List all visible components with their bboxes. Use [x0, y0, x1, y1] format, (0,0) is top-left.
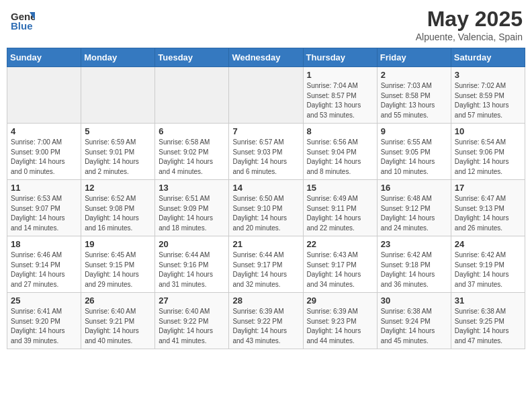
- day-info: Sunrise: 6:50 AM Sunset: 9:10 PM Dayligh…: [232, 194, 299, 233]
- month-title: May 2025: [416, 7, 523, 32]
- day-number: 24: [455, 239, 521, 249]
- day-info: Sunrise: 7:03 AM Sunset: 8:58 PM Dayligh…: [381, 81, 447, 120]
- title-block: May 2025 Alpuente, Valencia, Spain: [416, 7, 523, 42]
- day-of-week-header: Monday: [81, 48, 155, 67]
- day-info: Sunrise: 6:40 AM Sunset: 9:21 PM Dayligh…: [85, 307, 151, 346]
- day-info: Sunrise: 6:39 AM Sunset: 9:22 PM Dayligh…: [232, 307, 299, 346]
- calendar-week-row: 18Sunrise: 6:46 AM Sunset: 9:14 PM Dayli…: [7, 236, 525, 293]
- calendar-table: SundayMondayTuesdayWednesdayThursdayFrid…: [7, 48, 525, 349]
- day-info: Sunrise: 6:41 AM Sunset: 9:20 PM Dayligh…: [11, 307, 77, 346]
- calendar-cell: 31Sunrise: 6:38 AM Sunset: 9:25 PM Dayli…: [451, 293, 525, 349]
- calendar-week-row: 11Sunrise: 6:53 AM Sunset: 9:07 PM Dayli…: [7, 180, 525, 236]
- day-number: 27: [159, 295, 225, 306]
- day-number: 5: [85, 126, 151, 136]
- day-info: Sunrise: 6:52 AM Sunset: 9:08 PM Dayligh…: [85, 194, 151, 233]
- calendar-cell: [155, 67, 229, 124]
- day-of-week-header: Tuesday: [155, 48, 229, 67]
- day-info: Sunrise: 6:54 AM Sunset: 9:06 PM Dayligh…: [455, 138, 521, 177]
- day-number: 29: [307, 295, 373, 306]
- calendar-cell: 10Sunrise: 6:54 AM Sunset: 9:06 PM Dayli…: [451, 124, 525, 180]
- location: Alpuente, Valencia, Spain: [416, 32, 523, 42]
- calendar-cell: 30Sunrise: 6:38 AM Sunset: 9:24 PM Dayli…: [377, 293, 451, 349]
- day-number: 30: [381, 295, 447, 306]
- day-number: 20: [159, 239, 225, 249]
- calendar-week-row: 25Sunrise: 6:41 AM Sunset: 9:20 PM Dayli…: [7, 293, 525, 349]
- day-number: 21: [232, 239, 299, 249]
- calendar-cell: 29Sunrise: 6:39 AM Sunset: 9:23 PM Dayli…: [303, 293, 377, 349]
- calendar-week-row: 1Sunrise: 7:04 AM Sunset: 8:57 PM Daylig…: [7, 67, 525, 124]
- calendar-cell: 14Sunrise: 6:50 AM Sunset: 9:10 PM Dayli…: [229, 180, 303, 236]
- day-info: Sunrise: 6:42 AM Sunset: 9:19 PM Dayligh…: [455, 250, 521, 289]
- day-of-week-header: Saturday: [451, 48, 525, 67]
- logo-icon: General Blue: [9, 7, 35, 32]
- day-info: Sunrise: 6:58 AM Sunset: 9:02 PM Dayligh…: [159, 138, 225, 177]
- day-number: 2: [381, 70, 447, 80]
- day-number: 6: [159, 126, 225, 136]
- calendar-cell: [229, 67, 303, 124]
- day-number: 13: [159, 183, 225, 193]
- day-number: 11: [11, 183, 77, 193]
- calendar-cell: 4Sunrise: 7:00 AM Sunset: 9:00 PM Daylig…: [7, 124, 81, 180]
- day-of-week-header: Thursday: [303, 48, 377, 67]
- day-info: Sunrise: 6:47 AM Sunset: 9:13 PM Dayligh…: [455, 194, 521, 233]
- day-number: 10: [455, 126, 521, 136]
- day-info: Sunrise: 6:48 AM Sunset: 9:12 PM Dayligh…: [381, 194, 447, 233]
- logo: General Blue: [9, 7, 35, 35]
- day-number: 22: [307, 239, 373, 249]
- calendar-cell: 24Sunrise: 6:42 AM Sunset: 9:19 PM Dayli…: [451, 236, 525, 293]
- calendar-cell: 11Sunrise: 6:53 AM Sunset: 9:07 PM Dayli…: [7, 180, 81, 236]
- day-info: Sunrise: 6:51 AM Sunset: 9:09 PM Dayligh…: [159, 194, 225, 233]
- day-of-week-header: Friday: [377, 48, 451, 67]
- calendar-cell: 12Sunrise: 6:52 AM Sunset: 9:08 PM Dayli…: [81, 180, 155, 236]
- day-number: 12: [85, 183, 151, 193]
- calendar-cell: 23Sunrise: 6:42 AM Sunset: 9:18 PM Dayli…: [377, 236, 451, 293]
- day-info: Sunrise: 6:43 AM Sunset: 9:17 PM Dayligh…: [307, 250, 373, 289]
- day-number: 16: [381, 183, 447, 193]
- calendar-cell: 9Sunrise: 6:55 AM Sunset: 9:05 PM Daylig…: [377, 124, 451, 180]
- calendar-cell: 8Sunrise: 6:56 AM Sunset: 9:04 PM Daylig…: [303, 124, 377, 180]
- calendar-cell: 15Sunrise: 6:49 AM Sunset: 9:11 PM Dayli…: [303, 180, 377, 236]
- calendar-cell: 7Sunrise: 6:57 AM Sunset: 9:03 PM Daylig…: [229, 124, 303, 180]
- day-info: Sunrise: 6:59 AM Sunset: 9:01 PM Dayligh…: [85, 138, 151, 177]
- calendar-cell: 20Sunrise: 6:44 AM Sunset: 9:16 PM Dayli…: [155, 236, 229, 293]
- calendar-cell: 21Sunrise: 6:44 AM Sunset: 9:17 PM Dayli…: [229, 236, 303, 293]
- day-info: Sunrise: 6:49 AM Sunset: 9:11 PM Dayligh…: [307, 194, 373, 233]
- calendar-cell: [7, 67, 81, 124]
- calendar-cell: 2Sunrise: 7:03 AM Sunset: 8:58 PM Daylig…: [377, 67, 451, 124]
- calendar-cell: 19Sunrise: 6:45 AM Sunset: 9:15 PM Dayli…: [81, 236, 155, 293]
- day-number: 26: [85, 295, 151, 306]
- calendar-cell: 22Sunrise: 6:43 AM Sunset: 9:17 PM Dayli…: [303, 236, 377, 293]
- day-info: Sunrise: 6:55 AM Sunset: 9:05 PM Dayligh…: [381, 138, 447, 177]
- day-info: Sunrise: 6:45 AM Sunset: 9:15 PM Dayligh…: [85, 250, 151, 289]
- day-number: 23: [381, 239, 447, 249]
- day-info: Sunrise: 6:38 AM Sunset: 9:24 PM Dayligh…: [381, 307, 447, 346]
- day-number: 19: [85, 239, 151, 249]
- day-of-week-header: Wednesday: [229, 48, 303, 67]
- calendar-cell: 17Sunrise: 6:47 AM Sunset: 9:13 PM Dayli…: [451, 180, 525, 236]
- day-info: Sunrise: 6:38 AM Sunset: 9:25 PM Dayligh…: [455, 307, 521, 346]
- svg-text:Blue: Blue: [11, 20, 33, 32]
- calendar-cell: 26Sunrise: 6:40 AM Sunset: 9:21 PM Dayli…: [81, 293, 155, 349]
- day-number: 25: [11, 295, 77, 306]
- day-info: Sunrise: 7:04 AM Sunset: 8:57 PM Dayligh…: [307, 81, 373, 120]
- day-number: 8: [307, 126, 373, 136]
- day-info: Sunrise: 7:02 AM Sunset: 8:59 PM Dayligh…: [455, 81, 521, 120]
- day-number: 17: [455, 183, 521, 193]
- day-info: Sunrise: 6:53 AM Sunset: 9:07 PM Dayligh…: [11, 194, 77, 233]
- page-header: General Blue May 2025 Alpuente, Valencia…: [7, 7, 525, 42]
- calendar-cell: 13Sunrise: 6:51 AM Sunset: 9:09 PM Dayli…: [155, 180, 229, 236]
- day-info: Sunrise: 6:56 AM Sunset: 9:04 PM Dayligh…: [307, 138, 373, 177]
- day-number: 15: [307, 183, 373, 193]
- calendar-week-row: 4Sunrise: 7:00 AM Sunset: 9:00 PM Daylig…: [7, 124, 525, 180]
- day-number: 4: [11, 126, 77, 136]
- calendar-cell: 6Sunrise: 6:58 AM Sunset: 9:02 PM Daylig…: [155, 124, 229, 180]
- calendar-header-row: SundayMondayTuesdayWednesdayThursdayFrid…: [7, 48, 525, 67]
- day-info: Sunrise: 7:00 AM Sunset: 9:00 PM Dayligh…: [11, 138, 77, 177]
- calendar-cell: 5Sunrise: 6:59 AM Sunset: 9:01 PM Daylig…: [81, 124, 155, 180]
- day-info: Sunrise: 6:44 AM Sunset: 9:16 PM Dayligh…: [159, 250, 225, 289]
- calendar-cell: 28Sunrise: 6:39 AM Sunset: 9:22 PM Dayli…: [229, 293, 303, 349]
- calendar-cell: [81, 67, 155, 124]
- day-info: Sunrise: 6:40 AM Sunset: 9:22 PM Dayligh…: [159, 307, 225, 346]
- day-number: 18: [11, 239, 77, 249]
- calendar-cell: 18Sunrise: 6:46 AM Sunset: 9:14 PM Dayli…: [7, 236, 81, 293]
